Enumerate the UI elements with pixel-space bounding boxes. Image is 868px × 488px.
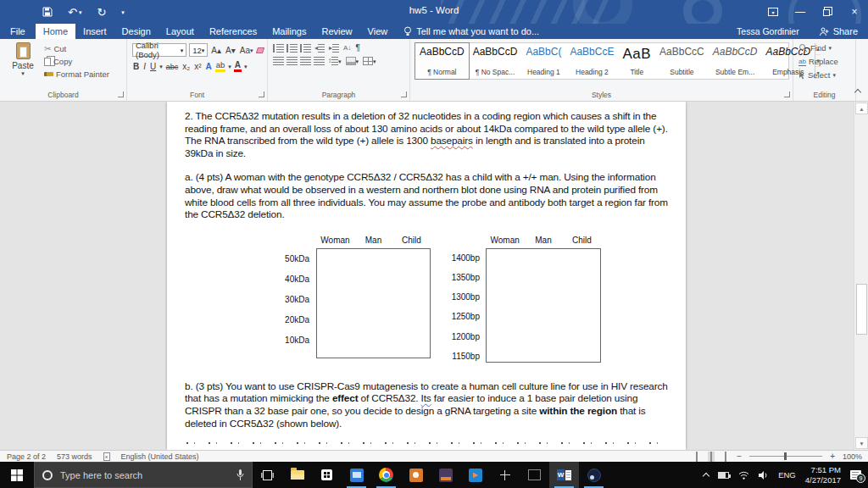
justify-button[interactable]: [314, 57, 325, 65]
task-view-button[interactable]: [253, 462, 282, 488]
hidden-icons-chevron[interactable]: [703, 473, 709, 480]
clock[interactable]: 7:51 PM4/27/2017: [805, 465, 841, 485]
tab-layout[interactable]: Layout: [159, 24, 202, 39]
bullets-button[interactable]: [273, 44, 284, 53]
web-layout-button[interactable]: [722, 452, 729, 462]
style-title[interactable]: AaBTitle: [618, 43, 655, 79]
line-spacing-button[interactable]: ↕▾: [327, 57, 342, 65]
tab-file[interactable]: File: [0, 24, 36, 39]
tab-references[interactable]: References: [202, 24, 264, 39]
copy-button[interactable]: Copy: [44, 57, 109, 66]
font-family-combobox[interactable]: Calibri (Body)▾: [132, 43, 186, 57]
language-indicator[interactable]: English (United States): [121, 452, 199, 461]
sort-button[interactable]: A↓: [342, 45, 352, 52]
print-layout-button[interactable]: [708, 452, 715, 462]
align-right-button[interactable]: [300, 57, 311, 65]
style-normal[interactable]: AaBbCcD¶ Normal: [415, 43, 469, 79]
tell-me-box[interactable]: Tell me what you want to do...: [403, 24, 539, 39]
format-painter-button[interactable]: Format Painter: [44, 69, 109, 79]
font-dialog-launcher[interactable]: [259, 92, 264, 97]
command-prompt-button[interactable]: [520, 462, 549, 488]
superscript-button[interactable]: x²: [193, 62, 202, 71]
ribbon-display-options-button[interactable]: ▾: [760, 0, 787, 24]
taskbar-word-button[interactable]: W: [549, 462, 579, 488]
find-button[interactable]: Find ▾: [798, 43, 855, 53]
tab-view[interactable]: View: [360, 24, 396, 39]
clipboard-dialog-launcher[interactable]: [118, 92, 124, 97]
photo-viewer-button[interactable]: [401, 462, 431, 488]
zoom-out-button[interactable]: −: [737, 452, 742, 461]
chrome-button[interactable]: [371, 462, 401, 488]
action-center-icon[interactable]: 9: [850, 470, 861, 480]
paragraph-dialog-launcher[interactable]: [401, 92, 407, 97]
subscript-button[interactable]: x₂: [181, 62, 191, 71]
microsoft-store-button[interactable]: [312, 462, 342, 488]
tab-design[interactable]: Design: [114, 24, 159, 39]
clear-formatting-button[interactable]: [255, 47, 264, 53]
close-button[interactable]: ×: [841, 0, 868, 24]
crosshair-app-button[interactable]: [490, 462, 520, 488]
language-indicator[interactable]: ENG: [778, 470, 796, 480]
proofing-errors-icon[interactable]: x: [103, 452, 110, 461]
media-player-button[interactable]: ▶: [460, 462, 490, 488]
tab-insert[interactable]: Insert: [75, 24, 114, 39]
style-subtitle[interactable]: AaBbCcCSubtitle: [655, 43, 709, 79]
zoom-level[interactable]: 100%: [843, 452, 862, 461]
underline-button[interactable]: U: [149, 62, 157, 71]
grow-font-button[interactable]: A▴: [210, 46, 222, 55]
page-indicator[interactable]: Page 2 of 2: [7, 452, 46, 461]
text-highlight-button[interactable]: ab: [215, 61, 226, 72]
align-left-button[interactable]: [273, 57, 284, 65]
tab-home[interactable]: Home: [36, 24, 75, 39]
zoom-slider-thumb[interactable]: [784, 452, 787, 460]
replace-button[interactable]: ab Replace: [798, 57, 855, 66]
vertical-scrollbar[interactable]: ▲ ▼: [854, 102, 868, 450]
zoom-in-button[interactable]: +: [830, 452, 835, 461]
read-mode-button[interactable]: [693, 452, 700, 462]
change-case-button[interactable]: Aa▾: [239, 46, 254, 55]
scroll-up-arrow[interactable]: ▲: [855, 103, 868, 114]
user-name[interactable]: Tessa Gordinier: [726, 24, 810, 39]
movie-app-button[interactable]: [431, 462, 460, 488]
style-heading-1[interactable]: AaBbC(Heading 1: [521, 43, 565, 79]
zoom-slider[interactable]: [749, 452, 822, 460]
restore-button[interactable]: [814, 0, 841, 24]
shrink-font-button[interactable]: A▾: [225, 46, 236, 55]
tab-review[interactable]: Review: [314, 24, 360, 39]
volume-icon[interactable]: [759, 471, 769, 480]
bold-button[interactable]: B: [132, 62, 140, 71]
battery-icon[interactable]: [718, 472, 729, 479]
scrollbar-thumb[interactable]: [856, 284, 867, 335]
tab-mailings[interactable]: Mailings: [264, 24, 314, 39]
taskbar-search[interactable]: Type here to search: [34, 462, 253, 488]
font-color-button[interactable]: A: [234, 61, 242, 72]
start-button[interactable]: [0, 462, 34, 488]
italic-button[interactable]: I: [142, 62, 147, 71]
minimize-button[interactable]: —: [787, 0, 814, 24]
word-count[interactable]: 573 words: [57, 452, 92, 461]
collapse-ribbon-button[interactable]: [854, 89, 861, 96]
numbering-button[interactable]: [287, 44, 298, 53]
show-paragraph-marks-button[interactable]: ¶: [354, 43, 360, 53]
increase-indent-button[interactable]: ▸: [328, 44, 340, 53]
shading-button[interactable]: ▾: [345, 57, 360, 65]
steam-button[interactable]: [579, 462, 609, 488]
cut-button[interactable]: ✂Cut: [44, 44, 109, 53]
share-button[interactable]: Share: [810, 24, 868, 39]
align-center-button[interactable]: [287, 57, 298, 65]
font-size-combobox[interactable]: 12▾: [189, 43, 208, 57]
strikethrough-button[interactable]: abc: [165, 63, 180, 71]
borders-button[interactable]: ▾: [362, 57, 377, 65]
decrease-indent-button[interactable]: ◂: [314, 44, 326, 53]
styles-dialog-launcher[interactable]: [784, 92, 790, 97]
scroll-down-arrow[interactable]: ▼: [855, 437, 868, 449]
style-subtle-emphasis[interactable]: AaBbCcDSubtle Em...: [709, 43, 762, 79]
multilevel-list-button[interactable]: [300, 44, 311, 53]
text-effects-button[interactable]: A: [205, 62, 213, 71]
document-page[interactable]: 2. The CCR5Δ32 mutation results in a del…: [167, 102, 686, 450]
wifi-icon[interactable]: [738, 471, 749, 480]
select-button[interactable]: Select ▾: [798, 70, 855, 80]
style-no-spacing[interactable]: AaBbCcD¶ No Spac...: [469, 43, 522, 79]
file-explorer-button[interactable]: [282, 462, 312, 488]
photos-app-button[interactable]: [342, 462, 371, 488]
